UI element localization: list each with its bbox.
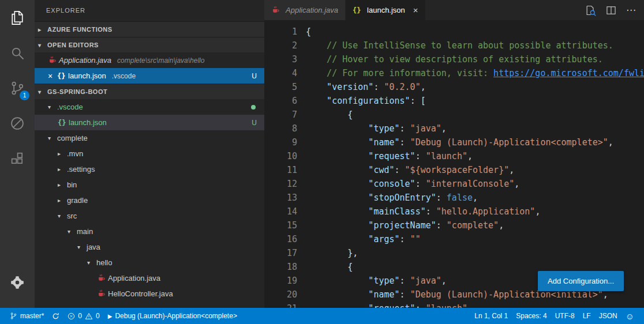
tab-label: launch.json <box>367 6 405 14</box>
item-label: .mvn <box>67 149 83 158</box>
cursor-position[interactable]: Ln 1, Col 1 <box>470 312 512 320</box>
code-text: { <box>297 260 353 274</box>
branch-icon <box>10 312 17 320</box>
item-label: .settings <box>67 165 95 174</box>
code-line: 14 "mainClass": "hello.Application", <box>264 205 644 218</box>
debug-launch-status[interactable]: ▶ Debug (Launch)-Application<complete> <box>104 308 241 324</box>
close-icon[interactable]: × <box>413 5 418 15</box>
code-editor[interactable]: 1{2 // Use IntelliSense to learn about p… <box>264 20 644 308</box>
feedback-smiley-icon[interactable]: ☺ <box>621 311 638 321</box>
tree-file-application-java[interactable]: Application.java <box>35 270 264 286</box>
code-line: 12 "console": "internalConsole", <box>264 177 644 191</box>
scm-badge: 1 <box>20 91 29 100</box>
tab-label: Application.java <box>286 6 338 14</box>
line-number: 7 <box>264 108 297 122</box>
tree-folder-vscode[interactable]: ▾.vscode <box>35 99 264 115</box>
item-label: main <box>77 227 93 236</box>
open-changes-icon[interactable] <box>585 5 596 16</box>
section-open-editors[interactable]: ▾OPEN EDITORS <box>35 37 264 52</box>
more-actions-icon[interactable]: ⋯ <box>626 4 636 16</box>
tree-folder-src[interactable]: ▾src <box>35 208 264 224</box>
explorer-icon[interactable] <box>0 0 35 35</box>
line-number: 17 <box>264 246 297 260</box>
item-label: Application.java <box>59 56 111 65</box>
item-label: bin <box>67 180 77 189</box>
code-text: "console": "internalConsole", <box>297 177 519 191</box>
debug-config-name: Debug (Launch)-Application<complete> <box>115 312 237 320</box>
item-label: GS-SPRING-BOOT <box>47 88 107 95</box>
search-icon[interactable] <box>0 35 35 70</box>
java-file-icon <box>97 289 108 298</box>
tab-application-java[interactable]: Application.java <box>264 0 346 20</box>
line-number: 2 <box>264 39 297 52</box>
code-text: }, <box>297 246 358 260</box>
code-line: 5 "version": "0.2.0", <box>264 80 644 94</box>
play-icon: ▶ <box>108 313 113 319</box>
line-number: 3 <box>264 52 297 66</box>
code-line: 1{ <box>264 25 644 39</box>
open-editor-launch-json[interactable]: ×{}launch.json.vscodeU <box>35 68 264 84</box>
code-text: "request": "launch", <box>297 149 473 163</box>
line-number: 11 <box>264 163 297 177</box>
tree-file-hellocontroller-java[interactable]: HelloController.java <box>35 286 264 302</box>
line-number: 20 <box>264 288 297 302</box>
section-azure-functions[interactable]: ▸AZURE FUNCTIONS <box>35 21 264 37</box>
tree-folder-java[interactable]: ▾java <box>35 239 264 255</box>
gear-icon[interactable] <box>0 265 35 300</box>
line-number: 6 <box>264 94 297 108</box>
chevron-right-icon: ▸ <box>38 27 47 33</box>
chevron-down-icon: ▾ <box>77 244 87 250</box>
item-label: java <box>87 243 100 251</box>
git-branch-status[interactable]: master* <box>6 308 48 324</box>
split-editor-icon[interactable] <box>605 5 617 16</box>
tree-folder-settings[interactable]: ▸.settings <box>35 161 264 177</box>
tree-folder-mvn[interactable]: ▸.mvn <box>35 146 264 161</box>
code-line: 17 }, <box>264 246 644 260</box>
indentation-status[interactable]: Spaces: 4 <box>512 312 551 320</box>
language-mode[interactable]: JSON <box>595 312 621 320</box>
json-file-icon: {} <box>57 72 68 80</box>
source-control-icon[interactable]: 1 <box>0 70 35 106</box>
tree-folder-bin[interactable]: ▸bin <box>35 177 264 193</box>
section-gs-spring-boot[interactable]: ▾GS-SPRING-BOOT <box>35 84 264 99</box>
code-text: "request": "launch", <box>297 302 473 308</box>
java-file-icon <box>48 56 59 65</box>
sync-button[interactable] <box>48 308 63 324</box>
chevron-down-icon: ▾ <box>48 135 57 141</box>
code-line: 21 "request": "launch", <box>264 302 644 308</box>
line-number: 4 <box>264 66 297 80</box>
add-configuration-button[interactable]: Add Configuration... <box>538 271 624 291</box>
item-label: complete <box>57 134 88 142</box>
code-line: 7 { <box>264 108 644 122</box>
code-text: "type": "java", <box>297 274 447 288</box>
code-line: 11 "cwd": "${workspaceFolder}", <box>264 163 644 177</box>
open-editor-application-java[interactable]: Application.javacomplete\src\main\java\h… <box>35 52 264 68</box>
tree-folder-hello[interactable]: ▾hello <box>35 255 264 270</box>
error-count: 0 <box>78 312 82 320</box>
tree-folder-gradle[interactable]: ▸gradle <box>35 193 264 208</box>
tree-folder-complete[interactable]: ▾complete <box>35 130 264 146</box>
extensions-icon[interactable] <box>0 141 35 176</box>
chevron-down-icon: ▾ <box>38 89 47 95</box>
chevron-right-icon: ▸ <box>58 166 67 172</box>
tab-bar-tabs: Application.java{}launch.json× <box>264 0 426 20</box>
code-line: 4 // For more information, visit: https:… <box>264 66 644 80</box>
line-number: 13 <box>264 191 297 205</box>
problems-status[interactable]: 0 0 <box>63 308 103 324</box>
encoding-status[interactable]: UTF-8 <box>551 312 579 320</box>
tab-launch-json[interactable]: {}launch.json× <box>346 0 426 20</box>
git-status-badge: U <box>252 72 257 80</box>
item-label: .vscode <box>57 103 83 111</box>
code-text: // Use IntelliSense to learn about possi… <box>297 39 613 52</box>
explorer-sidebar: EXPLORER ▸AZURE FUNCTIONS▾OPEN EDITORSAp… <box>35 0 264 308</box>
item-label: HelloController.java <box>108 289 173 298</box>
eol-status[interactable]: LF <box>579 312 595 320</box>
chevron-right-icon: ▸ <box>58 182 67 188</box>
tree-file-launch-json[interactable]: {}launch.jsonU <box>35 115 264 130</box>
error-icon <box>68 312 75 320</box>
item-label: OPEN EDITORS <box>47 42 99 48</box>
code-line: 9 "name": "Debug (Launch)-Application<co… <box>264 135 644 149</box>
debug-icon[interactable] <box>0 106 35 141</box>
tree-folder-main[interactable]: ▾main <box>35 224 264 239</box>
close-icon[interactable]: × <box>48 71 57 81</box>
